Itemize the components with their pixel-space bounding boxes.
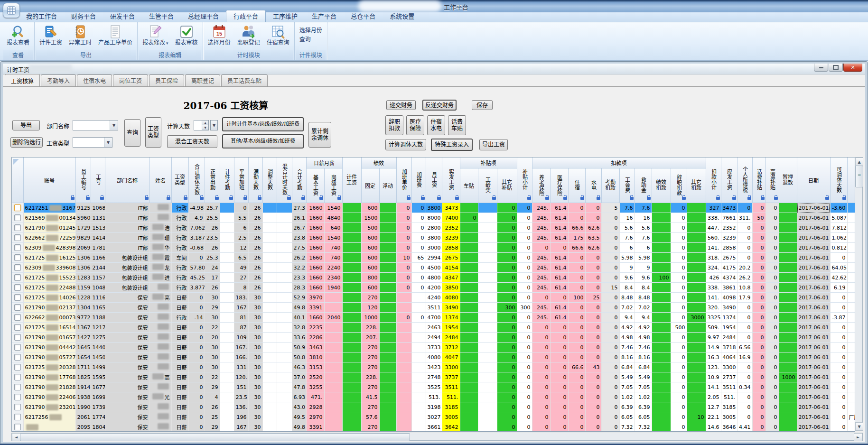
cell-department[interactable]: IT部 — [105, 243, 149, 253]
cell-mixed-time-days[interactable] — [277, 273, 292, 283]
cell-overtime-price[interactable]: 0 — [396, 313, 411, 323]
cell-deduction-subtotal[interactable]: 14.9 — [706, 343, 721, 352]
cell-adjust-days[interactable] — [262, 233, 277, 243]
cell-overtime-price[interactable] — [396, 362, 411, 372]
cell-adjustable-leave-days[interactable]: 0 — [830, 412, 847, 422]
cell-normal-overtime[interactable]: 167. — [234, 343, 248, 352]
cell-heat-subsidy[interactable]: 0 — [765, 392, 779, 402]
row-checkbox[interactable] — [14, 334, 21, 341]
cell-actual-wage[interactable]: 4154 — [442, 263, 460, 273]
column-header-date[interactable]: 日期 — [797, 158, 830, 203]
cell-subsidy-subtotal[interactable]: 0 — [517, 392, 532, 402]
cell-piece-attendance[interactable] — [220, 233, 234, 243]
cell-normal-attendance[interactable]: 30 — [205, 343, 220, 352]
column-header-other-subsidy[interactable]: 其它补贴 — [497, 168, 517, 203]
cell-car-subsidy[interactable] — [460, 263, 478, 273]
cell-date[interactable]: 2017-06-01 — [797, 343, 830, 352]
cell-date[interactable]: 2017-06-01 — [797, 253, 830, 263]
cell-overtime-price[interactable] — [396, 382, 411, 392]
cell-attendance-deduction[interactable]: 0 — [601, 243, 619, 253]
column-header-account[interactable]: 账号 — [23, 158, 75, 203]
cell-overtime-fee[interactable] — [411, 352, 426, 362]
cell-car-subsidy[interactable] — [460, 323, 478, 333]
cell-adjustable-leave-days[interactable]: 0.812 — [830, 243, 847, 253]
cell-phone-subsidy[interactable]: 0 — [752, 263, 765, 273]
row-checkbox[interactable] — [14, 384, 21, 390]
cell-perf-fixed[interactable]: 57.6 — [361, 412, 379, 422]
cell-date[interactable]: 2017-06-01 — [797, 263, 830, 273]
column-header-pension-insurance[interactable]: 养老保险 — [532, 168, 550, 203]
cell-account[interactable]: 6217256 — [23, 412, 75, 422]
cell-base-wage[interactable]: 2520 — [306, 372, 324, 382]
cell-account[interactable]: 62266200073 — [23, 313, 75, 323]
cell-normal-overtime[interactable]: 87 — [234, 323, 248, 333]
cell-adjustable-leave-days[interactable]: 42.62 — [830, 273, 847, 283]
cell-phone-subsidy[interactable]: 0 — [752, 362, 765, 372]
cell-mixed-time-days[interactable] — [277, 263, 292, 273]
cell-adjustable-leave-days[interactable]: 0 — [830, 382, 847, 392]
cell-full-attendance-days[interactable]: 30 — [248, 333, 262, 343]
cell-piece-wage[interactable] — [342, 352, 361, 362]
cell-trailing[interactable] — [847, 243, 855, 253]
cell-total-attendance[interactable]: 32.8 — [292, 323, 306, 333]
cell-wage-type[interactable]: 行政 — [171, 243, 188, 253]
cell-medical-insurance[interactable]: 61.4 — [550, 213, 568, 223]
cell-relief-fund[interactable]: 4.92 — [635, 323, 652, 333]
cell-attendance-deduction[interactable]: 0 — [601, 293, 619, 303]
cell-other-deduction[interactable] — [687, 253, 706, 263]
cell-total-adjust-leave[interactable]: 0 — [188, 253, 205, 263]
cell-full-attendance-days[interactable]: 26 — [248, 263, 262, 273]
cell-heat-subsidy[interactable]: 0 — [765, 362, 779, 372]
special-wage-entry-button[interactable]: 特殊工资录入 — [431, 139, 473, 151]
column-header-employee-no[interactable]: 员工编号 — [75, 158, 91, 203]
cell-resign-deduction[interactable]: 0 — [671, 203, 687, 213]
cell-mixed-time-days[interactable] — [277, 293, 292, 303]
cell-normal-overtime[interactable]: 196 — [234, 412, 248, 422]
cell-heat-subsidy[interactable]: 0 — [765, 382, 779, 392]
cell-income-tax[interactable]: 20.2 — [737, 263, 752, 273]
medical-insurance-button[interactable]: 医疗保险 — [406, 115, 424, 135]
cell-mixed-time-days[interactable] — [277, 333, 292, 343]
cell-other-subsidy[interactable]: 0 — [497, 362, 517, 372]
cell-mixed-time-days[interactable] — [277, 352, 292, 362]
cell-relief-fund[interactable]: 1.02 — [635, 392, 652, 402]
cell-deduction-subtotal[interactable]: 447. — [706, 223, 721, 233]
cell-union-fee[interactable]: 7.6 — [619, 233, 635, 243]
cell-base-wage[interactable]: 2970 — [306, 412, 324, 422]
cell-deduction-subtotal[interactable]: 10.9 — [706, 372, 721, 382]
cell-union-fee[interactable]: 6.05 — [619, 412, 635, 422]
cell-actual-wage[interactable]: 511. — [442, 392, 460, 402]
cell-perf-deduction[interactable] — [652, 303, 671, 313]
cell-full-attendance-days[interactable]: 26 — [248, 203, 262, 213]
cell-payable-wage[interactable]: 4374 — [721, 273, 737, 283]
cell-resign-deduction[interactable]: 500 — [671, 323, 687, 333]
cell-normal-attendance[interactable]: 25.5 — [205, 213, 220, 223]
cell-phone-subsidy[interactable]: 0 — [752, 343, 765, 352]
cell-adjust-days[interactable] — [262, 313, 277, 323]
column-header-seniority-bonus[interactable]: 工龄奖 — [478, 168, 497, 203]
cell-trailing[interactable] — [847, 253, 855, 263]
cell-heat-subsidy[interactable]: 0 — [765, 303, 779, 313]
cell-wage-type[interactable]: 日薪 — [171, 343, 188, 352]
cell-trailing[interactable]: 厂牌 — [847, 412, 855, 422]
cell-grade-wage[interactable] — [324, 412, 342, 422]
cell-income-tax[interactable]: 0 — [737, 372, 752, 382]
cell-heat-subsidy[interactable]: 0 — [765, 253, 779, 263]
cell-relief-fund[interactable]: 4.98 — [635, 333, 652, 343]
cell-piece-wage[interactable] — [342, 293, 361, 303]
cell-actual-wage[interactable]: 2858 — [442, 243, 460, 253]
cell-perf-fixed[interactable]: 600 — [361, 283, 379, 293]
cell-deposit-refund[interactable] — [779, 273, 797, 283]
cell-adjustable-leave-days[interactable]: 0 — [830, 293, 847, 303]
cell-normal-overtime[interactable]: 166. — [234, 352, 248, 362]
cell-overtime-fee[interactable] — [411, 402, 426, 412]
cell-lodging[interactable]: 66.6 — [568, 243, 585, 253]
cell-normal-attendance[interactable]: 26 — [205, 283, 220, 293]
cell-medical-insurance[interactable]: 0 — [550, 333, 568, 343]
cell-perf-fixed[interactable]: 270 — [361, 362, 379, 372]
cell-normal-overtime[interactable]: 151 — [234, 382, 248, 392]
cell-total-adjust-leave[interactable]: 0 — [188, 392, 205, 402]
cell-total-attendance[interactable]: 52.9 — [292, 293, 306, 303]
cell-total-attendance[interactable]: 50.9 — [292, 343, 306, 352]
row-checkbox[interactable] — [14, 204, 21, 211]
